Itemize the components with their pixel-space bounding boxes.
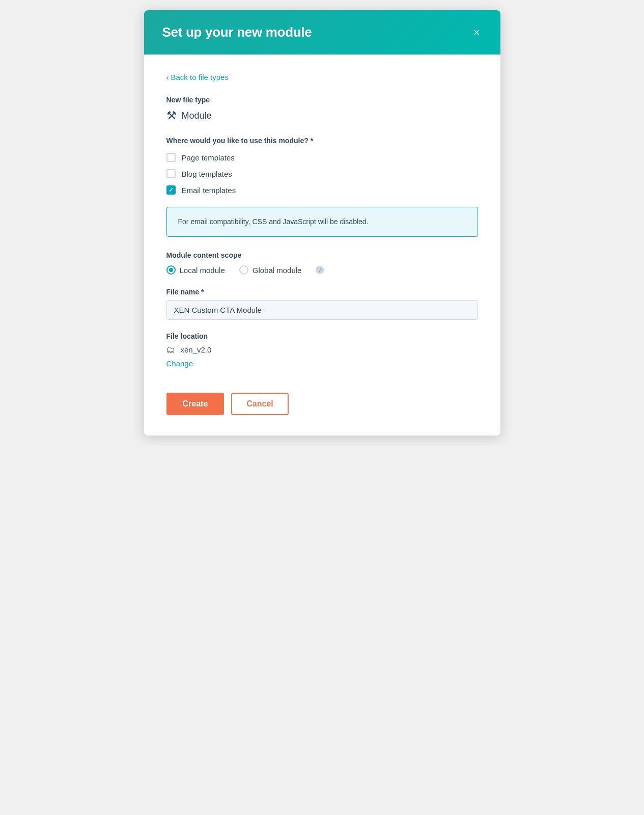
usage-question-label: Where would you like to use this module?… [166,137,478,145]
radio-global-label: Global module [253,266,302,275]
radio-global-module[interactable]: Global module [239,265,302,275]
modal-title: Set up your new module [162,24,312,40]
file-type-name: Module [182,111,212,121]
checkbox-group: Page templates Blog templates Email temp… [166,153,478,195]
file-location-section: File location 🗂 xen_v2.0 Change [166,332,478,368]
checkbox-blog-label: Blog templates [182,170,232,178]
close-button[interactable]: × [471,25,482,40]
checkbox-page-box[interactable] [166,153,176,162]
radio-local-module[interactable]: Local module [166,265,225,275]
back-link-label: Back to file types [171,73,229,82]
new-file-type-label: New file type [166,96,478,104]
modal-body: ‹ Back to file types New file type ⚒ Mod… [144,55,500,436]
file-name-section: File name * [166,288,478,320]
file-name-label: File name * [166,288,478,296]
checkbox-email-label: Email templates [182,186,236,195]
back-to-file-types-link[interactable]: ‹ Back to file types [166,73,229,82]
checkbox-blog-templates[interactable]: Blog templates [166,169,478,178]
checkbox-page-templates[interactable]: Page templates [166,153,478,162]
radio-group: Local module Global module i [166,265,478,275]
modal-footer: Create Cancel [166,389,478,415]
radio-local-circle[interactable] [166,265,176,275]
checkbox-blog-box[interactable] [166,169,176,178]
checkbox-page-label: Page templates [182,153,235,162]
scope-info-icon[interactable]: i [316,266,324,274]
change-location-link[interactable]: Change [166,359,193,368]
tools-icon: ⚒ [166,109,177,122]
setup-module-modal: Set up your new module × ‹ Back to file … [144,10,500,436]
modal-header: Set up your new module × [144,10,500,55]
scope-section: Module content scope Local module Global… [166,251,478,275]
folder-name: xen_v2.0 [181,345,212,354]
checkbox-email-box[interactable] [166,185,176,195]
file-name-input[interactable] [166,300,478,320]
file-type-row: ⚒ Module [166,109,478,122]
info-box-text: For email compatibility, CSS and JavaScr… [178,218,369,226]
folder-icon: 🗂 [166,344,176,355]
radio-local-label: Local module [180,266,225,275]
folder-row: 🗂 xen_v2.0 [166,344,478,355]
cancel-button[interactable]: Cancel [231,393,288,415]
radio-global-circle[interactable] [239,265,248,275]
create-button[interactable]: Create [166,393,225,415]
chevron-left-icon: ‹ [166,73,169,82]
scope-label: Module content scope [166,251,478,259]
email-compatibility-info-box: For email compatibility, CSS and JavaScr… [166,207,478,237]
file-location-label: File location [166,332,478,340]
checkbox-email-templates[interactable]: Email templates [166,185,478,195]
